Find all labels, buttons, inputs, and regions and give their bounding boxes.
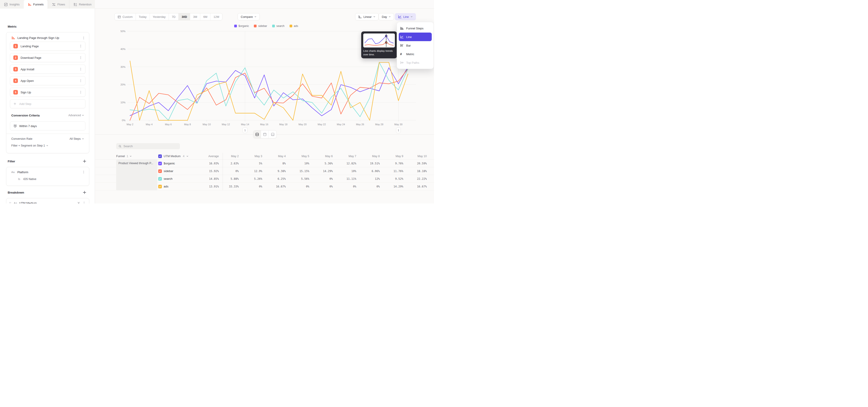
menu-item-line[interactable]: Line <box>399 33 432 41</box>
scale-dropdown[interactable]: Linear <box>355 13 379 20</box>
line-chart-icon <box>400 35 404 39</box>
value-cell: 20.59% <box>403 162 427 165</box>
filter-operator[interactable]: Is <box>18 178 20 181</box>
property-type-badge: Aa <box>11 171 15 174</box>
remove-breakdown-icon[interactable] <box>77 201 80 204</box>
kebab-menu-icon[interactable] <box>79 79 83 83</box>
legend-item-organic[interactable]: $organic <box>234 24 249 28</box>
funnel-step-4[interactable]: 4App Open <box>10 76 86 85</box>
filter-value[interactable]: iOS Native <box>23 178 36 181</box>
svg-text:May 30: May 30 <box>395 123 403 126</box>
compare-button[interactable]: Compare <box>238 13 260 20</box>
funnel-step-1[interactable]: 1Landing Page <box>10 41 86 51</box>
kebab-menu-icon[interactable] <box>79 56 83 60</box>
layout-split-toggle[interactable] <box>253 130 261 138</box>
tab-label: Flows <box>57 3 65 6</box>
search-input[interactable] <box>123 145 178 148</box>
date-column-header[interactable]: May 8 <box>356 155 380 158</box>
chevron-down-icon <box>82 114 84 117</box>
advanced-dropdown[interactable]: Advanced <box>68 114 84 117</box>
tab-flows[interactable]: Flows <box>48 0 69 9</box>
range-7d[interactable]: 7D <box>169 13 179 20</box>
filter-segment-dropdown[interactable]: Filter + Segment on Step 1 <box>11 144 49 147</box>
menu-item-label: Top Paths <box>406 61 419 64</box>
funnel-name-cell[interactable]: Product Viewed through P... <box>116 160 157 190</box>
menu-item-funnel-steps[interactable]: Funnel Steps <box>397 24 434 33</box>
drag-handle-icon[interactable] <box>8 201 12 204</box>
conversion-window[interactable]: Within 7 days <box>10 121 86 130</box>
value-cell: 0% <box>356 185 380 188</box>
date-column-header[interactable]: May 6 <box>309 155 333 158</box>
legend-item-ads[interactable]: ads <box>289 24 298 28</box>
range-6m[interactable]: 6M <box>200 13 211 20</box>
chart-type-dropdown[interactable]: Line <box>395 13 416 20</box>
legend-label: search <box>276 24 285 28</box>
menu-item-metric[interactable]: #Metric <box>397 50 434 58</box>
add-step-button[interactable]: Add Step <box>10 99 86 108</box>
date-column-header[interactable]: May 3 <box>239 155 262 158</box>
add-filter-button[interactable] <box>83 159 87 163</box>
step-number-badge: 5 <box>13 90 18 95</box>
segment-checkbox[interactable] <box>158 162 162 165</box>
segment-checkbox[interactable] <box>158 169 162 173</box>
kebab-menu-icon[interactable] <box>79 90 83 94</box>
range-12m[interactable]: 12M <box>211 13 222 20</box>
breakdown-property[interactable]: UTM Medium <box>19 201 75 204</box>
funnel-step-3[interactable]: 3App Install <box>10 65 86 74</box>
date-column-header[interactable]: May 10 <box>403 155 427 158</box>
menu-item-bar[interactable]: Bar <box>397 41 434 50</box>
funnel-step-2[interactable]: 2Download Page <box>10 53 86 62</box>
layout-bottom-toggle[interactable] <box>269 130 276 138</box>
date-column-header[interactable]: May 9 <box>380 155 403 158</box>
interval-dropdown[interactable]: Day <box>379 13 394 20</box>
range-label: 3M <box>193 15 197 19</box>
average-column-header[interactable]: Average <box>204 155 219 158</box>
date-column-header[interactable]: May 5 <box>286 155 309 158</box>
range-label: 12M <box>213 15 219 19</box>
kebab-menu-icon[interactable] <box>79 44 83 48</box>
date-column-header[interactable]: May 2 <box>219 155 239 158</box>
value-cell: 9.38% <box>262 169 286 173</box>
kebab-menu-icon[interactable] <box>82 36 86 40</box>
range-custom[interactable]: Custom <box>115 13 136 20</box>
date-column-header[interactable]: May 7 <box>333 155 356 158</box>
date-column-header[interactable]: May 4 <box>262 155 286 158</box>
legend-item-search[interactable]: search <box>272 24 285 28</box>
segment-checkbox[interactable] <box>158 177 162 181</box>
clock-icon <box>13 124 17 128</box>
breakdown-column-header[interactable]: UTM Medium 4 <box>158 154 204 158</box>
range-yesterday[interactable]: Yesterday <box>150 13 169 20</box>
layout-toggle-group <box>253 130 277 138</box>
kebab-menu-icon[interactable] <box>79 67 83 71</box>
svg-text:May 26: May 26 <box>356 123 364 126</box>
funnel-metric-header[interactable]: Landing Page through Sign Up <box>6 32 89 41</box>
annotation-marker[interactable]: 1 <box>243 128 247 133</box>
range-30d[interactable]: 30D <box>179 13 190 20</box>
range-3m[interactable]: 3M <box>190 13 200 20</box>
funnel-step-5[interactable]: 5Sign Up <box>10 88 86 97</box>
menu-item-top-paths: Top Paths <box>397 58 434 67</box>
chevron-down-icon <box>82 138 84 140</box>
tab-retention[interactable]: Retention <box>69 0 96 9</box>
layout-top-toggle[interactable] <box>261 130 269 138</box>
filter-property[interactable]: Platform <box>18 170 82 174</box>
annotation-marker[interactable]: 1 <box>396 128 401 133</box>
legend-item-sidebar[interactable]: sidebar <box>254 24 267 28</box>
segment-checkbox[interactable] <box>158 185 162 188</box>
kebab-menu-icon[interactable] <box>82 170 86 174</box>
segment-name-cell: search <box>158 177 204 181</box>
add-breakdown-button[interactable] <box>83 190 87 194</box>
legend-swatch <box>234 25 237 27</box>
funnel-column-header[interactable]: Funnel 1 <box>116 155 158 158</box>
kebab-menu-icon[interactable] <box>82 201 86 204</box>
legend-label: sidebar <box>258 24 267 28</box>
step-label: Sign Up <box>21 91 76 94</box>
tab-label: Retention <box>79 3 92 6</box>
chevron-down-icon <box>254 15 256 18</box>
select-all-checkbox[interactable] <box>158 154 162 158</box>
menu-item-label: Funnel Steps <box>406 27 424 30</box>
tab-funnels[interactable]: Funnels <box>24 0 48 9</box>
range-today[interactable]: Today <box>136 13 150 20</box>
all-steps-dropdown[interactable]: All Steps <box>70 137 84 140</box>
tab-insights[interactable]: Insights <box>0 0 24 9</box>
